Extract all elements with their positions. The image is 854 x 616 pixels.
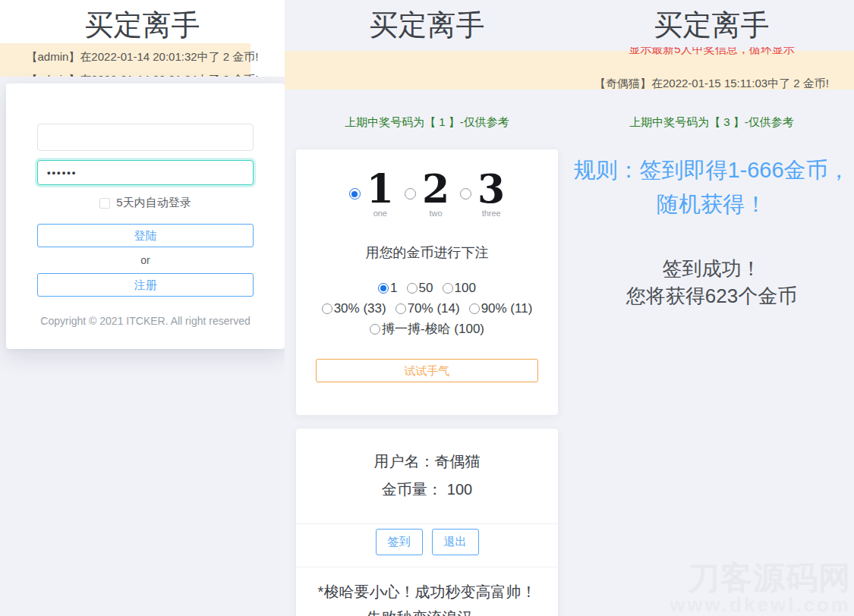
winner-notice: 【admin】在2022-01-14 20:01:32中了 2 金币! [0, 43, 285, 64]
radio-icon[interactable] [469, 303, 480, 314]
password-input[interactable] [37, 160, 254, 185]
sign-in-button[interactable]: 签到 [376, 529, 423, 555]
number-option-1[interactable]: 1 one [349, 170, 394, 218]
number-3: 3 three [477, 170, 505, 218]
marquee-info-text: 显示最新5人中奖信息，循环显示 [569, 47, 854, 57]
radio-icon[interactable] [405, 188, 416, 200]
coins-row: 金币量：100 [296, 479, 558, 500]
site-watermark: 刀客源码网 www.dkewl.com [670, 561, 851, 614]
username-value: 奇偶猫 [435, 453, 481, 470]
logout-button[interactable]: 退出 [432, 529, 479, 555]
signin-result-text: 签到成功！ 您将获得623个金币 [569, 255, 854, 310]
amount-line: 1 50 100 [296, 278, 558, 298]
radio-icon[interactable] [460, 188, 471, 200]
radio-icon[interactable] [370, 324, 380, 335]
amount-option-100[interactable]: 100 [443, 281, 476, 296]
auto-login-label: 5天内自动登录 [116, 196, 191, 210]
number-2: 2 two [422, 170, 449, 218]
login-card: 5天内自动登录 登陆 or 注册 Copyright © 2021 ITCKER… [6, 83, 285, 349]
winner-notice: 【admin】在2022-01-14 20:01:24中了 2 金币! [0, 64, 285, 77]
radio-icon[interactable] [322, 303, 332, 314]
divider [296, 523, 558, 524]
allin-line: 搏一搏-梭哈 (100) [296, 319, 558, 339]
winners-marquee: 【admin】在2022-01-14 20:01:32中了 2 金币! 【adm… [0, 43, 285, 77]
login-button[interactable]: 登陆 [37, 224, 254, 247]
winner-notice: 【奇偶猫】在2022-01-15 15:11:03中了 2 金币! [569, 76, 854, 90]
page-title: 买定离手 [0, 0, 285, 45]
bet-card: 1 one 2 two 3 three [296, 149, 558, 415]
number-option-2[interactable]: 2 two [405, 170, 449, 218]
coins-value: 100 [447, 481, 472, 498]
try-luck-button[interactable]: 试试手气 [316, 359, 538, 382]
register-button[interactable]: 注册 [37, 273, 254, 297]
percent-option-90[interactable]: 90% (11) [469, 301, 533, 316]
panel-login: 买定离手 【admin】在2022-01-14 20:01:32中了 2 金币!… [0, 0, 285, 616]
number-1: 1 one [367, 170, 394, 218]
panel-signin-result: 买定离手 显示最新5人中奖信息，循环显示 【奇偶猫】在2022-01-15 15… [569, 0, 854, 616]
or-separator: or [6, 254, 285, 266]
signin-rule-text: 规则：签到即得1-666金币， 随机获得！ [569, 153, 854, 222]
auto-login-checkbox[interactable] [99, 198, 110, 209]
copyright: Copyright © 2021 ITCKER. All right reser… [6, 315, 285, 327]
allin-option[interactable]: 搏一搏-梭哈 (100) [370, 320, 484, 338]
username-row: 用户名：奇偶猫 [296, 429, 558, 472]
amount-option-1[interactable]: 1 [378, 281, 397, 296]
watermark-url: www.dkewl.com [670, 595, 851, 614]
page-title: 买定离手 [285, 0, 569, 45]
radio-icon[interactable] [443, 283, 453, 294]
bet-subtitle: 用您的金币进行下注 [296, 244, 558, 262]
amount-option-50[interactable]: 50 [407, 281, 433, 296]
divider [296, 567, 558, 567]
number-option-3[interactable]: 3 three [460, 170, 505, 218]
percent-option-30[interactable]: 30% (33) [322, 301, 386, 316]
last-draw-text: 上期中奖号码为【 1 】-仅供参考 [285, 115, 569, 130]
last-draw-text: 上期中奖号码为【 3 】-仅供参考 [569, 115, 854, 130]
showhand-warning: *梭哈要小心！成功秒变高富帅！ 失败秒变流浪汉。 [296, 579, 558, 616]
bet-amount-options: 1 50 100 30% (33) [296, 278, 558, 339]
percent-line: 30% (33) 70% (14) 90% (11) [296, 298, 558, 319]
coins-label: 金币量： [382, 481, 443, 498]
page-title: 买定离手 [569, 0, 854, 45]
radio-icon[interactable] [395, 303, 406, 314]
radio-icon[interactable] [407, 283, 418, 294]
radio-selected-icon[interactable] [378, 283, 389, 294]
panel-betting: 买定离手 上期中奖号码为【 1 】-仅供参考 1 one 2 two [285, 0, 569, 616]
username-input[interactable] [37, 124, 254, 151]
watermark-name: 刀客源码网 [670, 561, 851, 595]
user-card: 用户名：奇偶猫 金币量：100 签到 退出 *梭哈要小心！成功秒变高富帅！ 失败… [296, 429, 558, 616]
percent-option-70[interactable]: 70% (14) [395, 301, 460, 316]
winners-banner-background [285, 51, 569, 90]
page: 买定离手 【admin】在2022-01-14 20:01:32中了 2 金币!… [0, 0, 854, 616]
winners-marquee: 显示最新5人中奖信息，循环显示 【奇偶猫】在2022-01-15 15:11:0… [569, 47, 854, 90]
username-label: 用户名： [374, 453, 435, 470]
radio-selected-icon[interactable] [349, 188, 361, 200]
remember-row: 5天内自动登录 [6, 196, 285, 210]
account-buttons: 签到 退出 [296, 529, 558, 555]
number-picker: 1 one 2 two 3 three [296, 170, 558, 218]
